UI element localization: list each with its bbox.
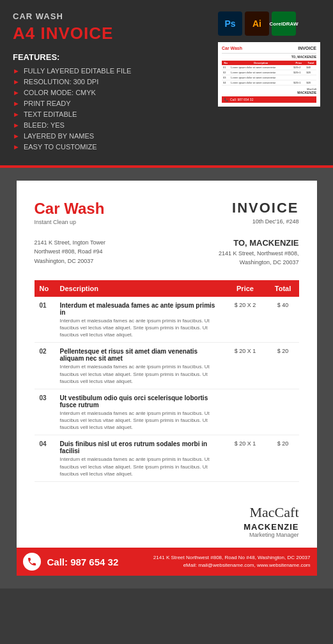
arrow-icon: ► — [13, 110, 20, 118]
invoice-card: Car Wash Instant Clean up INVOICE 10th D… — [17, 181, 317, 576]
features-heading: FEATURES: — [13, 52, 208, 62]
col-no: No — [35, 280, 55, 297]
col-description: Description — [55, 280, 224, 297]
list-item: ►PRINT READY — [13, 100, 208, 107]
software-icons: Ps Ai CorelDRAW — [218, 11, 320, 36]
brand-subtitle: Instant Clean up — [35, 219, 105, 225]
list-item: ►EASY TO CUSTOMIZE — [13, 143, 208, 151]
category-label: CAR WASH — [13, 11, 208, 21]
signature-cursive: MacCaft — [35, 504, 299, 521]
table-row: 03 Ut vestibulum odio quis orci sceleris… — [35, 389, 299, 435]
table-row: 01 Interdum et malesuada fames ac ante i… — [35, 297, 299, 343]
from-address: 2141 K Street, Ington Tower Northwest #8… — [35, 238, 105, 266]
list-item: ►LAYERED BY NAMES — [13, 132, 208, 140]
to-address: 2141 K Street, Northwest #808, Washingto… — [219, 249, 299, 267]
table-row: 02 Pellentesque et risus sit amet diam v… — [35, 343, 299, 389]
page-title: A4 INVOICE — [13, 24, 208, 43]
arrow-icon: ► — [13, 132, 20, 140]
col-price: Price — [224, 280, 267, 297]
signature-name: MACKENZIE — [35, 522, 299, 532]
arrow-icon: ► — [13, 78, 20, 86]
signature-title: Marketing Manager — [35, 532, 299, 538]
thumbnail: Car Wash INVOICE TO, MACKENZIE No Descri… — [218, 42, 320, 107]
invoice-date: 10th Dec'16, #248 — [232, 218, 298, 225]
arrow-icon: ► — [13, 100, 20, 107]
col-total: Total — [267, 280, 299, 297]
invoice-title: INVOICE — [232, 200, 298, 216]
to-block: TO, MACKENZIE 2141 K Street, Northwest #… — [219, 238, 299, 267]
table-row: 04 Duis finibus nisl ut eros rutrum soda… — [35, 435, 299, 482]
list-item: ►COLOR MODE: CMYK — [13, 89, 208, 96]
thumbnail-wrapper: Ps Ai CorelDRAW Car Wash INVOICE TO, MAC… — [218, 11, 320, 107]
brand-name: Car Wash — [35, 200, 105, 218]
phone-icon — [23, 553, 41, 571]
brand-block: Car Wash Instant Clean up — [35, 200, 105, 225]
footer-details: 2141 K Street Northwest #808, Road No #4… — [153, 554, 311, 569]
coreldraw-icon: CorelDRAW — [272, 11, 296, 36]
illustrator-icon: Ai — [245, 11, 269, 36]
to-label: TO, MACKENZIE — [219, 238, 299, 248]
arrow-icon: ► — [13, 143, 20, 151]
footer-phone: Call: 987 654 32 — [47, 557, 119, 567]
features-list: ►FULLY LAYERED EDITABLE FILE ►RESOLUTION… — [13, 67, 208, 151]
arrow-icon: ► — [13, 89, 20, 96]
arrow-icon: ► — [13, 121, 20, 129]
photoshop-icon: Ps — [218, 11, 242, 36]
top-left: CAR WASH A4 INVOICE FEATURES: ►FULLY LAY… — [13, 11, 208, 154]
list-item: ►FULLY LAYERED EDITABLE FILE — [13, 67, 208, 75]
arrow-icon: ► — [13, 67, 20, 75]
invoice-addresses: 2141 K Street, Ington Tower Northwest #8… — [35, 238, 299, 267]
list-item: ►RESOLUTION: 300 DPI — [13, 78, 208, 86]
top-section: CAR WASH A4 INVOICE FEATURES: ►FULLY LAY… — [0, 0, 333, 165]
invoice-table: No Description Price Total 01 Interdum e… — [35, 280, 299, 482]
invoice-title-block: INVOICE 10th Dec'16, #248 — [232, 200, 298, 225]
signature-area: MacCaft MACKENZIE Marketing Manager — [35, 495, 299, 548]
invoice-header: Car Wash Instant Clean up INVOICE 10th D… — [35, 200, 299, 225]
invoice-footer: Call: 987 654 32 2141 K Street Northwest… — [17, 548, 317, 576]
list-item: ►BLEED: YES — [13, 121, 208, 129]
preview-section: Car Wash Instant Clean up INVOICE 10th D… — [0, 168, 333, 588]
list-item: ►TEXT EDITABLE — [13, 110, 208, 118]
